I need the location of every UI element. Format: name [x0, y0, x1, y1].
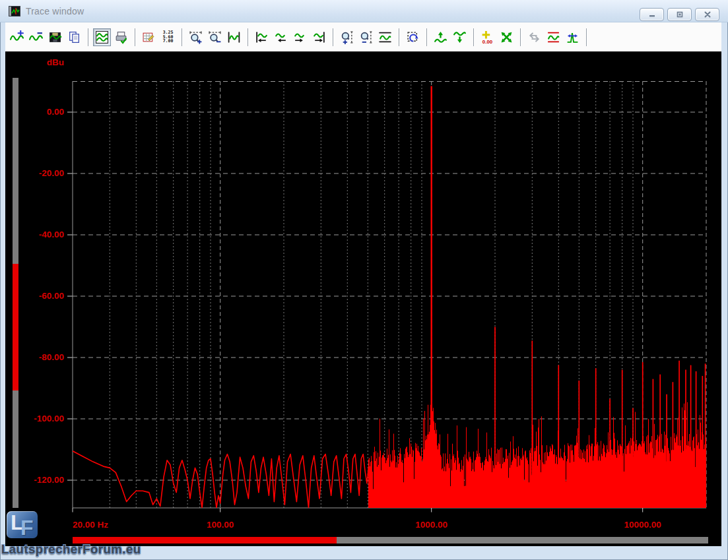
- value-list-icon: 3.25 5.60 7.00: [163, 30, 174, 44]
- add-trace-icon: [10, 30, 24, 44]
- fit-y-button[interactable]: [376, 28, 394, 46]
- trace-window: Trace window: [0, 0, 728, 560]
- svg-text:0.00: 0.00: [482, 38, 493, 44]
- toolbar-separator: [426, 28, 427, 46]
- toolbar-separator: [520, 28, 521, 46]
- swap-traces-icon: [527, 30, 541, 44]
- peak-width-icon: [566, 30, 579, 44]
- show-trace-button[interactable]: [93, 28, 111, 46]
- edit-values-icon: [142, 30, 156, 44]
- cursor-cross-icon: [500, 30, 513, 44]
- fit-x-icon: [227, 30, 241, 44]
- zoom-x-out-icon: [208, 30, 222, 44]
- window-title: Trace window: [26, 6, 84, 16]
- save-trace-button[interactable]: [46, 28, 64, 46]
- plot-client-area: dBu 0.00-20.00-40.00-60.00-80.00-100.00-…: [5, 51, 721, 546]
- limit-lines-button[interactable]: [545, 28, 562, 46]
- y-axis-unit-label: dBu: [5, 57, 64, 67]
- level-meter-value: [13, 264, 18, 390]
- swap-traces-button: [525, 28, 543, 46]
- level-meter: [13, 78, 18, 508]
- toolbar-separator: [399, 28, 399, 46]
- toolbar-separator: [248, 28, 248, 46]
- titlebar[interactable]: Trace window: [0, 0, 728, 22]
- x-tick-label: 10000.00: [624, 520, 661, 530]
- zoom-y-out-icon: [359, 30, 373, 44]
- save-trace-icon: [48, 30, 62, 44]
- zoom-x-out-button[interactable]: [206, 28, 224, 46]
- zoom-y-in-icon: [340, 30, 354, 44]
- close-icon: [703, 11, 712, 18]
- toolbar-separator: [333, 28, 333, 46]
- zoom-area-icon: [406, 30, 420, 44]
- shift-up-icon: [434, 30, 447, 44]
- edit-values-button[interactable]: [140, 28, 158, 46]
- print-icon: [114, 30, 128, 44]
- forum-logo: L F: [7, 511, 38, 538]
- subtract-trace-icon: [29, 30, 43, 44]
- scroll-left-end-icon: [255, 30, 269, 44]
- toolbar: 3.25 5.60 7.00: [5, 22, 721, 51]
- copy-icon: [67, 30, 81, 44]
- spectrum-plot[interactable]: [66, 81, 711, 515]
- scroll-left-icon: [274, 30, 288, 44]
- zoom-y-in-button[interactable]: [338, 28, 356, 46]
- x-tick-label: 1000.00: [415, 520, 447, 530]
- add-cursor-button[interactable]: 0.00: [479, 28, 496, 46]
- fit-x-button[interactable]: [225, 28, 243, 46]
- cursor-cross-button[interactable]: [498, 28, 515, 46]
- minimize-button[interactable]: [640, 8, 664, 21]
- close-button[interactable]: [695, 8, 719, 21]
- maximize-icon: [675, 11, 684, 18]
- fit-y-icon: [378, 30, 392, 44]
- shift-down-icon: [453, 30, 467, 44]
- maximize-button[interactable]: [667, 8, 692, 21]
- limit-lines-icon: [546, 30, 560, 44]
- horizontal-scrollbar[interactable]: [73, 537, 708, 544]
- x-tick-label: 100.00: [207, 520, 234, 530]
- add-cursor-icon: 0.00: [480, 30, 494, 44]
- shift-down-button[interactable]: [451, 28, 469, 46]
- shift-up-button[interactable]: [432, 28, 449, 46]
- scroll-right-button[interactable]: [291, 28, 309, 46]
- scroll-left-button[interactable]: [272, 28, 290, 46]
- scroll-right-end-button[interactable]: [310, 28, 328, 46]
- scroll-left-end-button[interactable]: [253, 28, 271, 46]
- value-list-button[interactable]: 3.25 5.60 7.00: [159, 28, 177, 46]
- toolbar-separator: [135, 28, 135, 46]
- show-trace-icon: [95, 30, 109, 44]
- print-trace-button[interactable]: [112, 28, 130, 46]
- zoom-x-in-icon: [189, 30, 203, 44]
- peak-width-button[interactable]: [564, 28, 581, 46]
- zoom-y-out-button[interactable]: [357, 28, 375, 46]
- copy-trace-button[interactable]: [65, 28, 83, 46]
- scroll-right-end-icon: [312, 30, 326, 44]
- zoom-area-button[interactable]: [404, 28, 422, 46]
- zoom-x-in-button[interactable]: [187, 28, 205, 46]
- add-trace-button[interactable]: [8, 28, 26, 46]
- logo-letter-f: F: [20, 516, 34, 538]
- toolbar-separator: [88, 28, 88, 46]
- toolbar-separator: [473, 28, 474, 46]
- scroll-right-icon: [293, 30, 307, 44]
- watermark-text: LautsprecherForum.eu: [1, 542, 141, 557]
- toolbar-separator: [586, 28, 587, 46]
- app-icon: [9, 6, 20, 16]
- toolbar-separator: [182, 28, 182, 46]
- x-tick-label: 20.00 Hz: [73, 520, 108, 530]
- minimize-icon: [647, 11, 657, 18]
- subtract-trace-button[interactable]: [27, 28, 45, 46]
